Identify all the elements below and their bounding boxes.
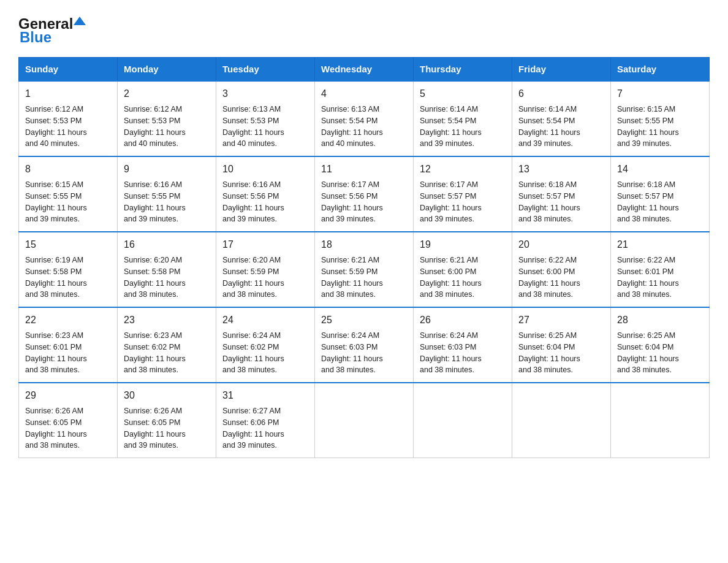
page-header: General Blue (18, 12, 710, 46)
calendar-cell: 14Sunrise: 6:18 AMSunset: 5:57 PMDayligh… (611, 156, 710, 232)
calendar-cell: 11Sunrise: 6:17 AMSunset: 5:56 PMDayligh… (315, 156, 414, 232)
calendar-cell (414, 383, 512, 458)
calendar-cell: 7Sunrise: 6:15 AMSunset: 5:55 PMDaylight… (611, 81, 710, 156)
calendar-cell: 30Sunrise: 6:26 AMSunset: 6:05 PMDayligh… (118, 383, 216, 458)
day-number: 19 (420, 237, 506, 252)
calendar-cell: 20Sunrise: 6:22 AMSunset: 6:00 PMDayligh… (512, 232, 611, 307)
day-number: 27 (518, 313, 604, 327)
day-number: 31 (222, 388, 308, 403)
day-number: 11 (321, 162, 407, 177)
day-number: 21 (617, 237, 703, 252)
calendar-cell: 21Sunrise: 6:22 AMSunset: 6:01 PMDayligh… (611, 232, 710, 307)
day-number: 1 (25, 86, 111, 101)
calendar-cell: 3Sunrise: 6:13 AMSunset: 5:53 PMDaylight… (216, 81, 315, 156)
calendar-cell (512, 383, 611, 458)
calendar-cell: 2Sunrise: 6:12 AMSunset: 5:53 PMDaylight… (118, 81, 216, 156)
calendar-cell: 1Sunrise: 6:12 AMSunset: 5:53 PMDaylight… (19, 81, 118, 156)
calendar-cell: 4Sunrise: 6:13 AMSunset: 5:54 PMDaylight… (315, 81, 414, 156)
day-number: 3 (222, 86, 308, 101)
day-number: 10 (222, 162, 308, 177)
calendar-cell: 10Sunrise: 6:16 AMSunset: 5:56 PMDayligh… (216, 156, 315, 232)
day-number: 23 (124, 313, 210, 327)
calendar-cell: 17Sunrise: 6:20 AMSunset: 5:59 PMDayligh… (216, 232, 315, 307)
day-number: 6 (518, 86, 604, 101)
day-number: 12 (420, 162, 506, 177)
calendar-header-thursday: Thursday (414, 58, 512, 82)
day-number: 9 (124, 162, 210, 177)
logo-triangle-icon (74, 17, 86, 25)
calendar-cell (611, 383, 710, 458)
calendar-cell: 13Sunrise: 6:18 AMSunset: 5:57 PMDayligh… (512, 156, 611, 232)
day-number: 14 (617, 162, 703, 177)
calendar-header-sunday: Sunday (19, 58, 118, 82)
day-number: 13 (518, 162, 604, 177)
day-number: 15 (25, 237, 111, 252)
calendar-cell: 23Sunrise: 6:23 AMSunset: 6:02 PMDayligh… (118, 307, 216, 383)
calendar-cell: 16Sunrise: 6:20 AMSunset: 5:58 PMDayligh… (118, 232, 216, 307)
day-number: 30 (124, 388, 210, 403)
day-number: 18 (321, 237, 407, 252)
calendar-cell (315, 383, 414, 458)
calendar-cell: 28Sunrise: 6:25 AMSunset: 6:04 PMDayligh… (611, 307, 710, 383)
calendar-header-monday: Monday (118, 58, 216, 82)
calendar-table: SundayMondayTuesdayWednesdayThursdayFrid… (18, 57, 710, 458)
day-number: 22 (25, 313, 111, 327)
logo-blue-part: Blue (20, 29, 51, 45)
calendar-cell: 25Sunrise: 6:24 AMSunset: 6:03 PMDayligh… (315, 307, 414, 383)
calendar-cell: 5Sunrise: 6:14 AMSunset: 5:54 PMDaylight… (414, 81, 512, 156)
calendar-cell: 8Sunrise: 6:15 AMSunset: 5:55 PMDaylight… (19, 156, 118, 232)
calendar-header-saturday: Saturday (611, 58, 710, 82)
calendar-cell: 22Sunrise: 6:23 AMSunset: 6:01 PMDayligh… (19, 307, 118, 383)
day-number: 8 (25, 162, 111, 177)
calendar-header-wednesday: Wednesday (315, 58, 414, 82)
day-number: 4 (321, 86, 407, 101)
logo: General Blue (18, 12, 86, 46)
calendar-cell: 24Sunrise: 6:24 AMSunset: 6:02 PMDayligh… (216, 307, 315, 383)
day-number: 28 (617, 313, 703, 327)
calendar-cell: 27Sunrise: 6:25 AMSunset: 6:04 PMDayligh… (512, 307, 611, 383)
calendar-cell: 29Sunrise: 6:26 AMSunset: 6:05 PMDayligh… (19, 383, 118, 458)
day-number: 17 (222, 237, 308, 252)
day-number: 20 (518, 237, 604, 252)
calendar-week-row: 22Sunrise: 6:23 AMSunset: 6:01 PMDayligh… (19, 307, 710, 383)
calendar-week-row: 1Sunrise: 6:12 AMSunset: 5:53 PMDaylight… (19, 81, 710, 156)
calendar-cell: 12Sunrise: 6:17 AMSunset: 5:57 PMDayligh… (414, 156, 512, 232)
day-number: 24 (222, 313, 308, 327)
calendar-cell: 18Sunrise: 6:21 AMSunset: 5:59 PMDayligh… (315, 232, 414, 307)
day-number: 2 (124, 86, 210, 101)
calendar-cell: 15Sunrise: 6:19 AMSunset: 5:58 PMDayligh… (19, 232, 118, 307)
calendar-header-row: SundayMondayTuesdayWednesdayThursdayFrid… (19, 58, 710, 82)
day-number: 16 (124, 237, 210, 252)
calendar-week-row: 15Sunrise: 6:19 AMSunset: 5:58 PMDayligh… (19, 232, 710, 307)
calendar-cell: 9Sunrise: 6:16 AMSunset: 5:55 PMDaylight… (118, 156, 216, 232)
calendar-week-row: 8Sunrise: 6:15 AMSunset: 5:55 PMDaylight… (19, 156, 710, 232)
day-number: 29 (25, 388, 111, 403)
calendar-header-friday: Friday (512, 58, 611, 82)
calendar-cell: 6Sunrise: 6:14 AMSunset: 5:54 PMDaylight… (512, 81, 611, 156)
calendar-header-tuesday: Tuesday (216, 58, 315, 82)
calendar-cell: 31Sunrise: 6:27 AMSunset: 6:06 PMDayligh… (216, 383, 315, 458)
day-number: 5 (420, 86, 506, 101)
day-number: 25 (321, 313, 407, 327)
calendar-week-row: 29Sunrise: 6:26 AMSunset: 6:05 PMDayligh… (19, 383, 710, 458)
day-number: 26 (420, 313, 506, 327)
calendar-cell: 19Sunrise: 6:21 AMSunset: 6:00 PMDayligh… (414, 232, 512, 307)
calendar-cell: 26Sunrise: 6:24 AMSunset: 6:03 PMDayligh… (414, 307, 512, 383)
day-number: 7 (617, 86, 703, 101)
